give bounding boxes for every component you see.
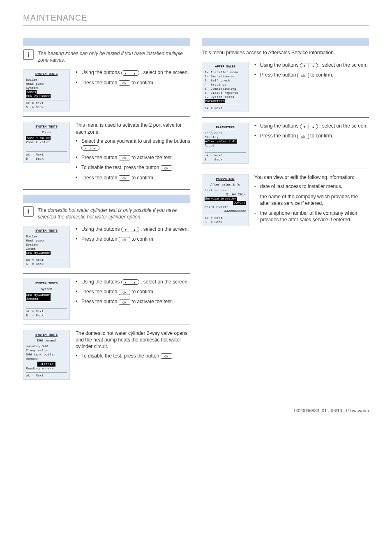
text: to activate the test. — [131, 299, 173, 304]
instruction: Press the button ok to confirm. — [254, 72, 369, 78]
screen-item: Display — [205, 135, 246, 139]
screen-subtitle: After sales info — [205, 183, 246, 187]
text: Press the button — [81, 80, 119, 86]
step-row: SYSTEM TESTS System DHW cylinder demand … — [23, 279, 190, 320]
rule — [23, 25, 369, 26]
text: Using the buttons — [260, 62, 300, 68]
text: Press the button — [81, 289, 119, 295]
list-item: date of last access to installer menus, — [254, 183, 369, 190]
text: , select — [139, 226, 156, 232]
screen-item: 6- Status reports — [205, 91, 246, 95]
screen-item: Boiler — [26, 78, 67, 82]
up-down-buttons — [300, 123, 318, 129]
text: To disable the test, press the button — [81, 165, 161, 170]
screen-subtitle: System — [26, 287, 67, 291]
text: Using the buttons — [81, 226, 121, 232]
up-arrow-icon — [130, 279, 139, 285]
screen-item: 2 way valve — [26, 348, 67, 353]
instruction: Using the buttons , select on the screen… — [76, 279, 190, 285]
screen-footer: ok = Next — [26, 372, 67, 378]
text: on the screen. — [157, 226, 189, 232]
ok-button-icon: ok — [119, 155, 130, 160]
text: to activate the test. — [131, 155, 173, 160]
screen-highlight: DHW cylinder — [26, 94, 51, 98]
step-instructions: Using the buttons , select on the screen… — [254, 62, 369, 81]
text: Using the buttons — [260, 123, 300, 129]
screen-footer: ok = Next 5 = Back — [205, 152, 246, 162]
ok-button-icon: ok — [297, 73, 309, 78]
instruction: Press the button ok to confirm. — [76, 236, 190, 242]
instruction: Press the button ok to confirm. — [254, 132, 369, 139]
screen-item: 7- System tests — [205, 95, 246, 99]
instruction: To disable the test, press the button ok… — [76, 164, 190, 171]
screen-item: opening DHW — [26, 344, 67, 348]
up-down-buttons — [81, 144, 99, 151]
text: Using the buttons — [81, 70, 121, 75]
list-item: the telephone number of the company whic… — [254, 210, 369, 223]
screen-footer: ok = Next 5 = Back — [26, 308, 67, 318]
screen-item: System — [26, 243, 67, 247]
screen-item: 2- Rmstat/sensor — [205, 74, 246, 79]
text: Press the button — [81, 299, 119, 304]
separator — [23, 116, 190, 117]
screen-item: System — [26, 86, 67, 90]
right-column: This menu provides access to Aftersales … — [202, 38, 369, 383]
device-screen: AFTER SALES 1- Installer menu 2- Rmstat/… — [202, 62, 249, 112]
ok-button-icon: ok — [119, 290, 130, 295]
step-row: SYSTEM TESTS Boiler Heat pump System Zon… — [23, 226, 190, 268]
screen-title: AFTER SALES — [205, 65, 246, 69]
screen-item: demand — [26, 357, 67, 361]
screen-subtitle: DHW demand — [26, 339, 67, 343]
instruction: Select the zone you want to test using t… — [76, 138, 190, 151]
text: on the screen. — [157, 279, 189, 285]
text: . — [172, 353, 173, 359]
screen-title: SYSTEM TESTS — [26, 281, 67, 286]
up-down-buttons — [121, 279, 139, 285]
instruction: Using the buttons , select on the screen… — [76, 226, 190, 232]
screen-highlight: Service provider — [205, 197, 237, 201]
text: to confirm. — [310, 133, 333, 139]
text: to confirm. — [131, 236, 154, 242]
separator — [23, 189, 190, 190]
text: , select — [139, 279, 156, 285]
text: Press the button — [81, 236, 119, 242]
step-row: AFTER SALES 1- Installer menu 2- Rmstat/… — [202, 62, 369, 112]
step-instructions: Using the buttons , select on the screen… — [76, 279, 190, 309]
screen-title: SYSTEM TESTS — [26, 72, 67, 76]
paragraph: You can view or edit the following infor… — [254, 174, 369, 181]
screen-item: 5- Commissioning — [205, 87, 246, 91]
section-bar — [202, 38, 369, 46]
list-item: the name of the company which provides t… — [254, 193, 369, 207]
screen-title: SYSTEM TESTS — [26, 333, 67, 337]
section-bar — [23, 38, 190, 46]
device-screen: SYSTEM TESTS Boiler Heat pump System Zon… — [23, 69, 70, 111]
screen-highlight: Parameters — [205, 99, 225, 103]
screen-item: Phone number — [205, 205, 246, 209]
ok-button-icon: ok — [119, 175, 130, 181]
up-down-buttons — [300, 62, 318, 68]
screen-item: Reading access — [26, 367, 67, 371]
info-icon: i — [23, 49, 34, 60]
down-arrow-icon — [300, 124, 309, 129]
instruction: Using the buttons , select on the screen… — [76, 69, 190, 76]
screen-highlight: DHW cylinder demand — [26, 293, 51, 301]
step-instructions: Using the buttons , select on the screen… — [76, 226, 190, 246]
step-instructions: You can view or edit the following infor… — [254, 174, 369, 226]
page-footer: 0020096883_01 - 06/10 - Glow-worm — [23, 408, 369, 414]
text: to confirm. — [310, 72, 333, 78]
screen-title: PARAMETERS — [205, 177, 246, 181]
text: To disable the test, press the button — [81, 353, 161, 359]
screen-value: 01.04.2014 — [205, 193, 246, 197]
info-text: The heating zones can only be tested if … — [38, 49, 190, 63]
screen-title: SYSTEM TESTS — [26, 229, 67, 233]
screen-highlight: DUPONT — [233, 201, 246, 205]
screen-item: 3- Self check — [205, 79, 246, 83]
screen-footer: ok = Next 5 = Back — [26, 151, 67, 161]
section-bar — [23, 195, 190, 203]
instruction: Using the buttons , select on the screen… — [254, 62, 369, 68]
screen-subtitle: Zones — [26, 130, 67, 135]
up-down-buttons — [121, 226, 139, 232]
screen-footer: ok = Next 5 = Back — [26, 100, 67, 109]
down-arrow-icon — [121, 70, 130, 76]
screen-title: PARAMETERS — [205, 125, 246, 130]
